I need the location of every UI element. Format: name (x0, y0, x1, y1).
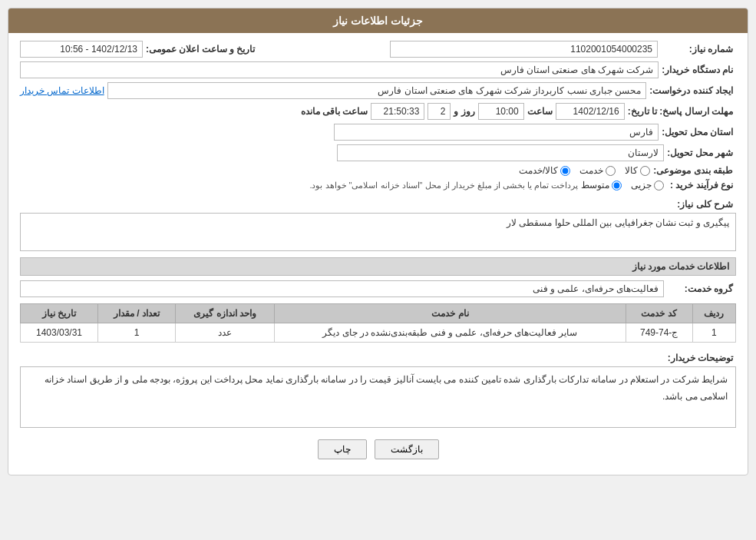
purchase-type-option-motavaset: متوسط (581, 180, 622, 190)
service-group-label: گروه خدمت: (667, 283, 736, 294)
deadline-remaining-label: ساعت باقی مانده (301, 106, 368, 117)
category-label-kala-khedmat: کالا/خدمت (519, 165, 558, 176)
cell-date: 1403/03/31 (21, 323, 98, 343)
button-row: بازگشت چاپ (20, 439, 736, 459)
org-row: نام دستگاه خریدار: شرکت شهرک های صنعتی ا… (20, 61, 736, 78)
category-radio-kala-khedmat[interactable] (560, 166, 570, 176)
col-header-date: تاریخ نیاز (21, 304, 98, 323)
purchase-type-radio-jozi[interactable] (654, 181, 664, 190)
cell-qty: 1 (98, 323, 176, 343)
purchase-type-label-jozi: جزیی (631, 180, 652, 190)
province-label: استان محل تحویل: (662, 127, 736, 137)
purchase-type-row: نوع فرآیند خرید : جزیی متوسط پرداخت تمام… (20, 180, 736, 190)
date-value: 1402/12/13 - 10:56 (20, 41, 143, 58)
request-number-label: شماره نیاز: (667, 44, 736, 55)
page-header: جزئیات اطلاعات نیاز (8, 8, 748, 33)
request-number-row: شماره نیاز: 1102001054000235 تاریخ و ساع… (20, 41, 736, 58)
date-label: تاریخ و ساعت اعلان عمومی: (146, 44, 255, 55)
cell-name: سایر فعالیت‌های حرفه‌ای، علمی و فنی طبقه… (275, 323, 626, 343)
purchase-type-label-motavaset: متوسط (581, 180, 609, 190)
deadline-date: 1402/12/16 (556, 103, 625, 120)
buyer-notes-value: شرایط شرکت در استعلام در سامانه تدارکات … (20, 366, 736, 428)
purchase-type-radio-group: جزیی متوسط (581, 180, 664, 190)
page-title: جزئیات اطلاعات نیاز (333, 15, 423, 27)
creator-row: ایجاد کننده درخواست: محسن جباری نسب کارب… (20, 82, 736, 99)
category-row: طبقه بندی موضوعی: کالا خدمت کالا/خدمت (20, 165, 736, 176)
purchase-type-label: نوع فرآیند خرید : (667, 180, 736, 190)
col-header-unit: واحد اندازه گیری (175, 304, 274, 323)
creator-link[interactable]: اطلاعات تماس خریدار (20, 85, 104, 96)
purchase-type-note: پرداخت تمام یا بخشی از مبلغ خریدار از مح… (309, 181, 578, 190)
province-row: استان محل تحویل: فارس (20, 124, 736, 141)
cell-code: ج-74-749 (626, 323, 692, 343)
description-value: پیگیری و ثبت نشان جغرافیایی بین المللی ح… (20, 213, 736, 251)
deadline-time: 10:00 (478, 103, 524, 120)
city-value: لارستان (337, 144, 665, 161)
description-label: شرح کلی نیاز: (667, 195, 736, 210)
deadline-remaining: 21:50:33 (371, 103, 424, 120)
service-group-value: فعالیت‌های حرفه‌ای، علمی و فنی (20, 280, 664, 297)
request-number-value: 1102001054000235 (390, 41, 658, 58)
category-option-2: خدمت (579, 165, 616, 176)
org-value: شرکت شهرک های صنعتی استان فارس (20, 61, 659, 78)
back-button[interactable]: بازگشت (375, 439, 439, 459)
creator-value: محسن جباری نسب کاربرداز شرکت شهرک های صن… (107, 82, 647, 99)
org-label: نام دستگاه خریدار: (662, 65, 736, 75)
category-label-khedmat: خدمت (579, 165, 603, 176)
deadline-days-label: روز و (454, 106, 474, 117)
category-radio-group: کالا خدمت کالا/خدمت (519, 165, 650, 176)
services-section-title: اطلاعات خدمات مورد نیاز (20, 257, 736, 276)
buyer-notes-label: توضیحات خریدار: (667, 349, 736, 363)
service-group-row: گروه خدمت: فعالیت‌های حرفه‌ای، علمی و فن… (20, 280, 736, 297)
buyer-notes-row: توضیحات خریدار: شرایط شرکت در استعلام در… (20, 349, 736, 428)
category-option-1: کالا (625, 165, 650, 176)
services-table-section: ردیف کد خدمت نام خدمت واحد اندازه گیری ت… (20, 303, 736, 343)
col-header-qty: تعداد / مقدار (98, 304, 176, 323)
deadline-days: 2 (428, 103, 451, 120)
services-table: ردیف کد خدمت نام خدمت واحد اندازه گیری ت… (20, 303, 736, 343)
deadline-label: مهلت ارسال پاسخ: تا تاریخ: (628, 106, 736, 117)
col-header-name: نام خدمت (275, 304, 626, 323)
city-row: شهر محل تحویل: لارستان (20, 144, 736, 161)
col-header-row: ردیف (692, 304, 735, 323)
category-option-3: کالا/خدمت (519, 165, 570, 176)
category-radio-kala[interactable] (640, 166, 650, 176)
city-label: شهر محل تحویل: (667, 147, 736, 158)
category-label-kala: کالا (625, 165, 638, 176)
purchase-type-radio-motavaset[interactable] (612, 181, 622, 190)
deadline-row: مهلت ارسال پاسخ: تا تاریخ: 1402/12/16 سا… (20, 103, 736, 120)
col-header-code: کد خدمت (626, 304, 692, 323)
deadline-time-label: ساعت (527, 106, 553, 117)
creator-label: ایجاد کننده درخواست: (649, 85, 736, 96)
description-row: شرح کلی نیاز: پیگیری و ثبت نشان جغرافیای… (20, 195, 736, 251)
purchase-type-option-jozi: جزیی (631, 180, 664, 190)
category-label: طبقه بندی موضوعی: (653, 165, 736, 176)
cell-row: 1 (692, 323, 735, 343)
cell-unit: عدد (175, 323, 274, 343)
table-row: 1 ج-74-749 سایر فعالیت‌های حرفه‌ای، علمی… (21, 323, 736, 343)
print-button[interactable]: چاپ (318, 439, 367, 459)
category-radio-khedmat[interactable] (606, 166, 616, 176)
province-value: فارس (334, 124, 659, 141)
